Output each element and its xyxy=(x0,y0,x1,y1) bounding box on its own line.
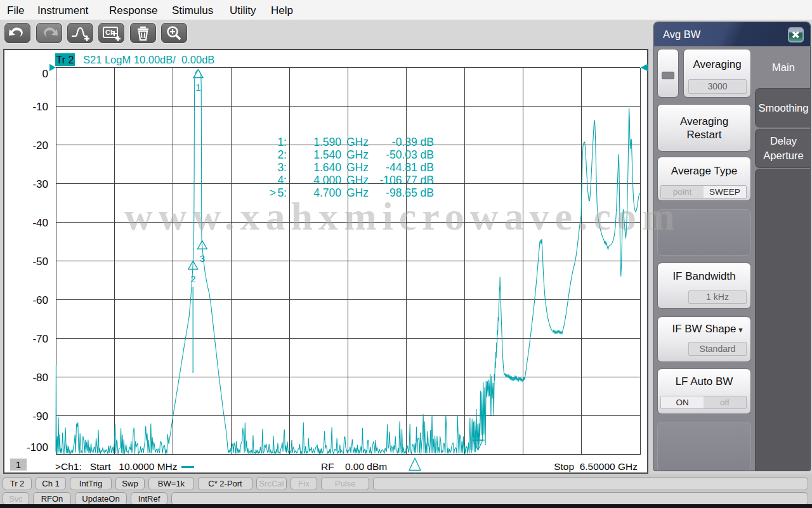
svg-text:-0.39 dB: -0.39 dB xyxy=(392,136,434,148)
svg-text:Tr 2: Tr 2 xyxy=(56,55,74,65)
svg-text:-100: -100 xyxy=(27,441,48,453)
svg-text:S21 LogM 10.00dB/ 0.00dB: S21 LogM 10.00dB/ 0.00dB xyxy=(83,54,214,65)
svg-text:>Ch1: Start 10.0000 MHz: >Ch1: Start 10.0000 MHz xyxy=(55,461,178,472)
svg-text:GHz: GHz xyxy=(346,186,369,199)
svg-text:-10: -10 xyxy=(32,101,48,113)
svg-text:4:: 4: xyxy=(277,174,287,186)
svg-text:4.700: 4.700 xyxy=(313,186,341,199)
svg-text:RF 0.00 dBm: RF 0.00 dBm xyxy=(321,461,387,472)
svg-text:-50.03 dB: -50.03 dB xyxy=(386,148,434,161)
svg-text:5: 5 xyxy=(475,428,480,439)
svg-text:2:: 2: xyxy=(277,148,287,161)
svg-text:1: 1 xyxy=(16,459,21,470)
svg-text:1.590: 1.590 xyxy=(313,136,341,148)
svg-text:1: 1 xyxy=(195,82,200,93)
svg-text:-90: -90 xyxy=(32,410,48,422)
svg-text:-44.81 dB: -44.81 dB xyxy=(386,161,434,174)
svg-text:4.000: 4.000 xyxy=(313,174,341,186)
svg-text:3:: 3: xyxy=(277,161,287,174)
svg-text:GHz: GHz xyxy=(346,148,369,161)
svg-text:-60: -60 xyxy=(32,294,48,306)
svg-text:2: 2 xyxy=(190,273,195,284)
svg-text:-80: -80 xyxy=(32,372,48,384)
svg-text:>: > xyxy=(270,186,276,199)
svg-text:0: 0 xyxy=(43,68,48,80)
svg-text:-70: -70 xyxy=(32,333,48,345)
svg-text:-30: -30 xyxy=(32,178,48,190)
svg-text:-98.65 dB: -98.65 dB xyxy=(386,186,434,199)
svg-text:GHz: GHz xyxy=(346,161,369,174)
svg-text:GHz: GHz xyxy=(346,136,369,148)
svg-text:5:: 5: xyxy=(277,186,287,199)
svg-text:-106.77 dB: -106.77 dB xyxy=(379,174,434,186)
svg-text:Stop 6.50000 GHz: Stop 6.50000 GHz xyxy=(554,461,638,472)
svg-text:1.540: 1.540 xyxy=(313,148,341,161)
svg-text:1.640: 1.640 xyxy=(313,161,341,174)
svg-text:1:: 1: xyxy=(277,136,287,148)
svg-text:GHz: GHz xyxy=(346,174,369,186)
svg-text:-20: -20 xyxy=(32,140,48,152)
svg-text:3: 3 xyxy=(200,253,205,264)
svg-text:-50: -50 xyxy=(32,256,48,268)
svg-text:-40: -40 xyxy=(32,217,48,229)
